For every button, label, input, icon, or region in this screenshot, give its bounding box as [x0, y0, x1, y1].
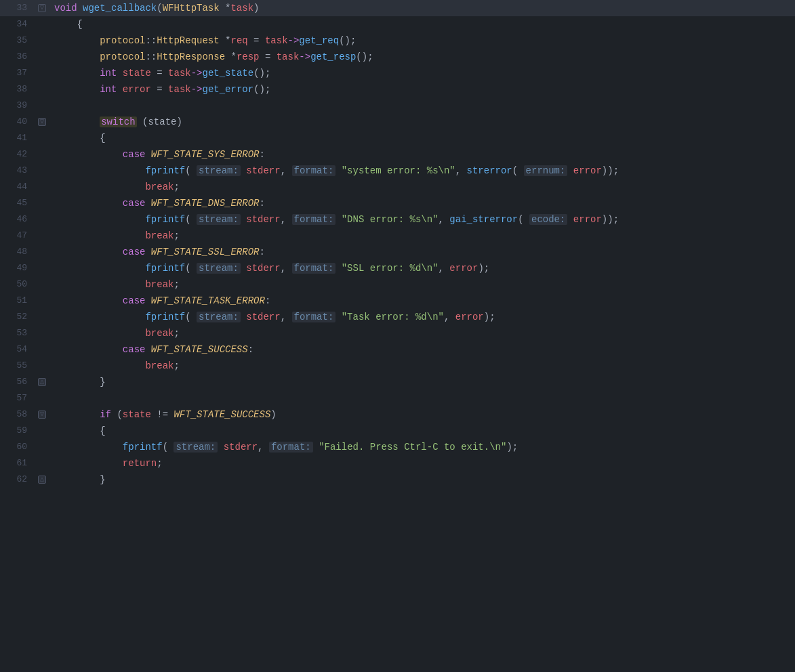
gutter	[35, 260, 49, 276]
gutter	[35, 276, 49, 293]
line-number: 53	[0, 325, 35, 341]
code-line: 48 case WFT_STATE_SSL_ERROR:	[0, 244, 795, 260]
syntax-token: get_state	[203, 68, 254, 79]
code-content: case WFT_STATE_DNS_ERROR:	[49, 195, 795, 211]
syntax-token: fprintf	[145, 263, 185, 274]
line-number: 39	[0, 98, 35, 114]
gutter: ▽	[35, 406, 49, 423]
gutter	[35, 195, 49, 211]
code-line: 37 int state = task->get_state();	[0, 65, 795, 81]
syntax-token: get_resp	[310, 51, 356, 62]
syntax-token: int	[100, 68, 117, 79]
fold-down-icon[interactable]: ▽	[38, 4, 46, 12]
gutter	[35, 341, 49, 358]
syntax-token: ();	[253, 84, 270, 95]
fold-down-icon[interactable]: ▽	[38, 411, 46, 419]
gutter	[35, 390, 49, 406]
code-line: 53 break;	[0, 325, 795, 341]
syntax-token: error	[573, 214, 602, 225]
syntax-token: fprintf	[145, 165, 185, 176]
syntax-token	[335, 214, 341, 225]
fold-up-icon[interactable]: △	[38, 378, 46, 386]
code-content: case WFT_STATE_TASK_ERROR:	[49, 293, 795, 309]
syntax-token: stderr	[246, 263, 280, 274]
code-line: 45 case WFT_STATE_DNS_ERROR:	[0, 195, 795, 211]
fold-down-icon[interactable]: ▽	[38, 118, 46, 126]
code-content: }	[49, 374, 795, 390]
syntax-token: error	[573, 165, 602, 176]
syntax-token: "SSL error: %d\n"	[342, 263, 439, 274]
syntax-token: case	[123, 247, 146, 257]
syntax-token	[335, 312, 341, 322]
param-label-token: errnum:	[524, 165, 568, 176]
code-content: fprintf( stream: stderr, format: "Failed…	[49, 439, 795, 455]
line-number: 40	[0, 114, 35, 130]
syntax-token: strerror	[467, 165, 512, 176]
syntax-token	[335, 165, 341, 176]
syntax-token: get_error	[203, 84, 254, 95]
syntax-token	[117, 84, 122, 95]
syntax-token: ,	[439, 263, 450, 274]
syntax-token: ;	[157, 458, 162, 469]
param-label-token: stream:	[197, 312, 241, 322]
syntax-token	[54, 68, 100, 79]
param-label-token: format:	[292, 214, 336, 225]
code-line: 54 case WFT_STATE_SUCCESS:	[0, 341, 795, 358]
fold-up-icon[interactable]: △	[38, 476, 46, 484]
line-number: 59	[0, 423, 35, 439]
code-content: case WFT_STATE_SUCCESS:	[49, 341, 795, 358]
syntax-token: (	[163, 442, 174, 453]
code-content: break;	[49, 325, 795, 341]
code-content: protocol::HttpRequest *req = task->get_r…	[49, 33, 795, 49]
syntax-token: gai_strerror	[449, 214, 518, 225]
syntax-token: protocol	[100, 51, 145, 62]
code-content: break;	[49, 228, 795, 244]
syntax-token: "Failed. Press Ctrl-C to exit.\n"	[319, 442, 506, 453]
syntax-token: (	[157, 3, 162, 14]
syntax-token: stderr	[224, 442, 258, 453]
syntax-token: ::	[145, 51, 157, 62]
syntax-token	[335, 263, 341, 274]
syntax-token: task	[168, 84, 191, 95]
syntax-token	[567, 165, 573, 176]
syntax-token: wget_callback	[83, 3, 157, 14]
syntax-token: *	[220, 35, 231, 46]
syntax-token: switch	[100, 117, 136, 127]
syntax-token: fprintf	[145, 214, 185, 225]
line-number: 41	[0, 130, 35, 146]
syntax-token	[54, 35, 100, 46]
code-content: switch (state)	[49, 114, 795, 130]
syntax-token	[54, 344, 123, 355]
param-label-token: format:	[269, 442, 313, 453]
syntax-token: "Task error: %d\n"	[342, 312, 444, 322]
code-content: break;	[49, 179, 795, 195]
syntax-token: {	[54, 19, 83, 30]
code-line: 59 {	[0, 423, 795, 439]
code-content: int error = task->get_error();	[49, 81, 795, 98]
syntax-token: =	[151, 84, 168, 95]
syntax-token	[145, 344, 150, 355]
syntax-token	[54, 182, 145, 192]
syntax-token: void	[54, 3, 83, 14]
syntax-token: case	[123, 295, 146, 306]
syntax-token	[218, 442, 223, 453]
syntax-token: *	[225, 51, 237, 62]
syntax-token: state	[148, 117, 176, 127]
gutter: △	[35, 471, 49, 488]
syntax-token: task	[168, 68, 191, 79]
param-label-token: stream:	[197, 263, 241, 274]
gutter: ▽	[35, 114, 49, 130]
syntax-token	[54, 51, 100, 62]
syntax-token: resp	[237, 51, 260, 62]
line-number: 44	[0, 179, 35, 195]
gutter	[35, 325, 49, 341]
line-number: 56	[0, 374, 35, 390]
line-number: 35	[0, 33, 35, 49]
line-number: 55	[0, 358, 35, 374]
syntax-token: ,	[444, 312, 455, 322]
syntax-token: {	[54, 133, 106, 144]
gutter: △	[35, 374, 49, 390]
syntax-token: );	[506, 442, 518, 453]
syntax-token	[54, 247, 123, 257]
syntax-token: WFT_STATE_SYS_ERROR	[151, 149, 260, 160]
